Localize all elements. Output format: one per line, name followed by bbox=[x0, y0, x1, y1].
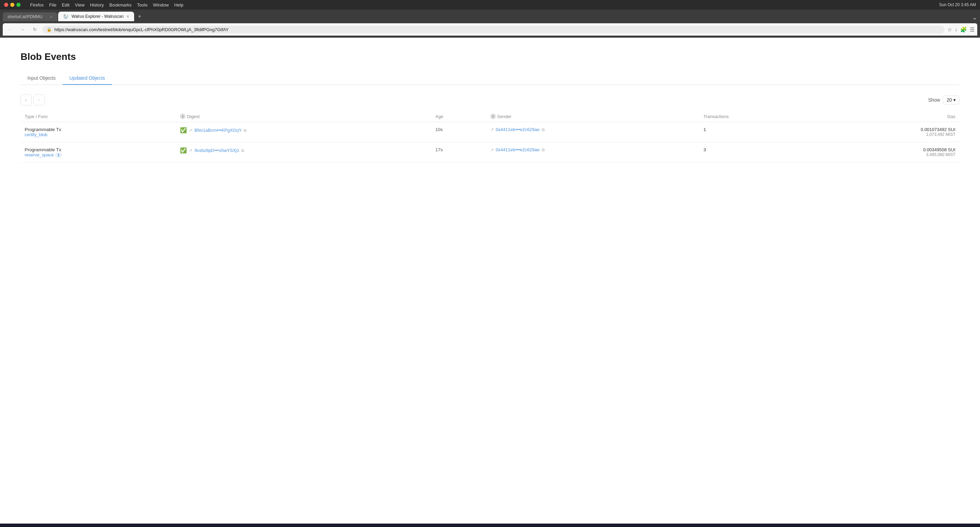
digest-info-icon[interactable]: i bbox=[180, 114, 185, 119]
row2-transactions: 3 bbox=[699, 142, 814, 162]
row2-type: Programmable Tx bbox=[25, 147, 172, 152]
menu-file[interactable]: File bbox=[49, 2, 56, 8]
row2-func-badge: 1 bbox=[55, 153, 62, 158]
tab-2-label: Walrus Explorer - Walruscan bbox=[72, 14, 124, 19]
extensions-icon[interactable]: 🧩 bbox=[960, 26, 967, 33]
show-value: 20 bbox=[947, 97, 952, 103]
row1-transactions: 1 bbox=[699, 122, 814, 142]
first-page-button[interactable]: « bbox=[21, 94, 32, 105]
download-icon[interactable]: ↓ bbox=[955, 26, 958, 32]
menu-firefox[interactable]: Firefox bbox=[30, 2, 44, 8]
reload-button[interactable]: ↻ bbox=[30, 25, 40, 34]
row1-copy-icon[interactable]: ⧉ bbox=[243, 128, 247, 133]
dropdown-arrow-icon: ▾ bbox=[953, 97, 956, 103]
row2-copy-icon[interactable]: ⧉ bbox=[241, 148, 244, 153]
menu-edit[interactable]: Edit bbox=[62, 2, 70, 8]
browser-actions: ☆ ↓ 🧩 ☰ bbox=[947, 26, 975, 33]
row2-gas-cell: 0.00349508 SUI 3,495,080 MIST bbox=[813, 142, 959, 162]
menu-help[interactable]: Help bbox=[174, 2, 183, 8]
row2-sender-copy-icon[interactable]: ⧉ bbox=[542, 148, 545, 152]
menu-window[interactable]: Window bbox=[153, 2, 169, 8]
forward-button[interactable]: → bbox=[18, 25, 27, 34]
row2-sender[interactable]: 0x4411eb•••e2c629ae bbox=[496, 147, 539, 152]
row2-digest-cell: ✅ ↗ 9vxbz8pD•••s5wYSXj1 ⧉ bbox=[176, 142, 431, 162]
pagination-nav: « ‹ bbox=[21, 94, 45, 105]
url-text: https://walruscan.com/testnet/blob/enquG… bbox=[54, 27, 940, 32]
tabs-dropdown[interactable]: ⌄ bbox=[972, 14, 977, 21]
col-transactions: Transactions bbox=[699, 111, 814, 122]
row1-sender[interactable]: 0x4411eb•••e2c629ae bbox=[496, 127, 539, 132]
menu-history[interactable]: History bbox=[90, 2, 104, 8]
sender-info-icon[interactable]: i bbox=[490, 114, 496, 119]
minimize-button[interactable] bbox=[10, 3, 14, 7]
row2-status-icon: ✅ bbox=[180, 147, 187, 154]
col-age: Age bbox=[431, 111, 486, 122]
row2-sender-ext-icon[interactable]: ↗ bbox=[490, 148, 494, 152]
row2-digest[interactable]: 9vxbz8pD•••s5wYSXj1 bbox=[194, 148, 239, 153]
menu-view[interactable]: View bbox=[75, 2, 84, 8]
row1-age: 10s bbox=[431, 122, 486, 142]
row1-gas-mist: 1,073,492 MIST bbox=[818, 132, 955, 137]
row2-ext-link-icon[interactable]: ↗ bbox=[189, 148, 192, 153]
tab-2-close[interactable]: ✕ bbox=[126, 14, 129, 19]
table-row: Programmable Tx reserve_space 1 ✅ ↗ 9vxb… bbox=[21, 142, 959, 162]
navigation-bar: ← → ↻ 🔒 https://walruscan.com/testnet/bl… bbox=[3, 23, 977, 36]
tab-2[interactable]: 🦭 Walrus Explorer - Walruscan ✕ bbox=[58, 12, 134, 21]
row1-type-cell: Programmable Tx certify_blob bbox=[21, 122, 176, 142]
back-button[interactable]: ← bbox=[5, 25, 15, 34]
prev-page-button[interactable]: ‹ bbox=[33, 94, 45, 105]
row1-type: Programmable Tx bbox=[25, 127, 172, 132]
tab-input-objects[interactable]: Input Objects bbox=[21, 72, 63, 85]
row1-ext-link-icon[interactable]: ↗ bbox=[189, 128, 192, 133]
address-bar[interactable]: 🔒 https://walruscan.com/testnet/blob/enq… bbox=[43, 25, 944, 33]
col-type-func: Type / Func bbox=[21, 111, 176, 122]
col-gas: Gas bbox=[813, 111, 959, 122]
close-button[interactable] bbox=[4, 3, 8, 7]
pagination-bar: « ‹ Show 20 ▾ bbox=[21, 94, 959, 105]
show-label: Show bbox=[928, 97, 940, 103]
row2-type-cell: Programmable Tx reserve_space 1 bbox=[21, 142, 176, 162]
row2-gas-mist: 3,495,080 MIST bbox=[818, 152, 955, 157]
events-table: Type / Func i Digest Age i Sender bbox=[21, 111, 959, 162]
row1-digest-cell: ✅ ↗ BNv1aBcm•••KPgXGrjY ⧉ bbox=[176, 122, 431, 142]
menu-tools[interactable]: Tools bbox=[137, 2, 148, 8]
security-icon: 🔒 bbox=[46, 27, 52, 32]
page-title: Blob Events bbox=[21, 51, 959, 62]
tab-1-close[interactable]: ✕ bbox=[49, 15, 53, 19]
col-sender: i Sender bbox=[486, 111, 699, 122]
titlebar: Firefox File Edit View History Bookmarks… bbox=[0, 0, 980, 10]
show-select-dropdown[interactable]: 20 ▾ bbox=[943, 96, 959, 104]
fullscreen-button[interactable] bbox=[16, 3, 21, 7]
row1-sender-copy-icon[interactable]: ⧉ bbox=[542, 127, 545, 132]
row1-digest[interactable]: BNv1aBcm•••KPgXGrjY bbox=[194, 127, 242, 133]
new-tab-button[interactable]: + bbox=[135, 12, 145, 21]
menu-bar: Firefox File Edit View History Bookmarks… bbox=[30, 2, 183, 8]
row1-gas-sui: 0.001073492 SUI bbox=[818, 127, 955, 132]
tab-updated-objects[interactable]: Updated Objects bbox=[63, 72, 112, 85]
menu-bookmarks[interactable]: Bookmarks bbox=[110, 2, 132, 8]
row2-gas-sui: 0.00349508 SUI bbox=[818, 147, 955, 152]
row1-func[interactable]: certify_blob bbox=[25, 132, 172, 137]
row2-age: 17s bbox=[431, 142, 486, 162]
row1-status-icon: ✅ bbox=[180, 127, 187, 134]
bookmark-icon[interactable]: ☆ bbox=[947, 26, 952, 33]
row1-gas-cell: 0.001073492 SUI 1,073,492 MIST bbox=[813, 122, 959, 142]
row2-sender-cell: ↗ 0x4411eb•••e2c629ae ⧉ bbox=[486, 142, 699, 162]
overflow-menu[interactable]: ☰ bbox=[970, 26, 975, 33]
traffic-lights bbox=[4, 3, 21, 7]
col-digest: i Digest bbox=[176, 111, 431, 122]
titlebar-right: Sun Oct 20 3:45 AM bbox=[939, 2, 976, 7]
browser-chrome: shorturl.at/PDMMU ✕ 🦭 Walrus Explorer - … bbox=[0, 10, 980, 38]
footer: 🦭 Walruscan Walruscan is a block explore… bbox=[0, 524, 980, 527]
tab-1[interactable]: shorturl.at/PDMMU ✕ bbox=[3, 12, 57, 21]
datetime: Sun Oct 20 3:45 AM bbox=[939, 2, 976, 7]
show-selector: Show 20 ▾ bbox=[928, 96, 959, 104]
browser-tabs: shorturl.at/PDMMU ✕ 🦭 Walrus Explorer - … bbox=[3, 12, 977, 21]
table-row: Programmable Tx certify_blob ✅ ↗ BNv1aBc… bbox=[21, 122, 959, 142]
page-content: Blob Events Input Objects Updated Object… bbox=[0, 38, 980, 524]
row1-sender-cell: ↗ 0x4411eb•••e2c629ae ⧉ bbox=[486, 122, 699, 142]
content-tabs: Input Objects Updated Objects bbox=[21, 72, 959, 85]
row2-func[interactable]: reserve_space 1 bbox=[25, 152, 62, 158]
row1-sender-ext-icon[interactable]: ↗ bbox=[490, 127, 494, 132]
tab-1-label: shorturl.at/PDMMU bbox=[8, 14, 43, 19]
